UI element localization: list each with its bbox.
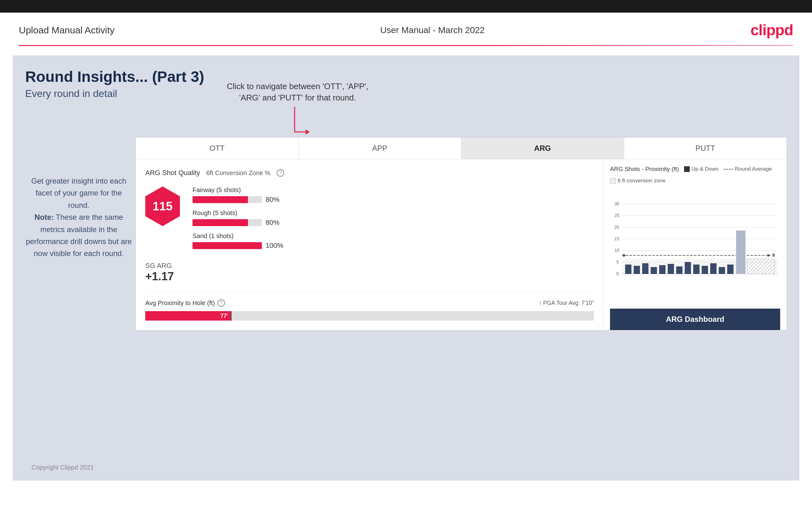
chart-header: ARG Shots - Proximity (ft) Up & Down Rou…	[610, 166, 780, 184]
legend-label-roundavg: Round Average	[735, 166, 772, 172]
svg-marker-21	[768, 254, 771, 257]
svg-rect-31	[693, 265, 700, 274]
card-body: ARG Shot Quality 6ft Conversion Zone % ?…	[136, 159, 786, 330]
svg-text:5: 5	[616, 260, 619, 265]
nav-hint-text: Click to navigate between 'OTT', 'APP','…	[227, 80, 368, 104]
tab-app[interactable]: APP	[299, 137, 462, 159]
shot-label-sand: Sand (1 shots)	[193, 232, 594, 240]
conversion-label: 6ft Conversion Zone %	[206, 169, 270, 177]
shot-quality-label: ARG Shot Quality	[145, 169, 200, 177]
shot-label-fairway: Fairway (5 shots)	[193, 186, 594, 194]
legend-dash-icon	[724, 169, 733, 170]
sg-label: SG ARG	[145, 262, 594, 270]
svg-rect-29	[676, 267, 682, 274]
tab-ott[interactable]: OTT	[136, 137, 299, 159]
hex-number: 115	[153, 200, 172, 213]
hex-section: 115 Fairway (5 shots) 80%	[145, 186, 594, 256]
proximity-label: Avg Proximity to Hole (ft) ?	[145, 299, 225, 307]
left-panel: ARG Shot Quality 6ft Conversion Zone % ?…	[136, 159, 604, 330]
legend-label-6ft: 6 ft conversion zone	[618, 178, 665, 184]
svg-rect-27	[659, 265, 665, 274]
arg-dashboard-button[interactable]: ARG Dashboard	[610, 308, 780, 330]
page-subtitle: Every round in detail	[25, 88, 787, 100]
arg-chart: 0 5 10 15 20 25 30	[610, 189, 780, 278]
proximity-bar-fill: 77'	[145, 311, 231, 321]
upload-manual-label: Upload Manual Activity	[19, 25, 115, 36]
user-manual-title: User Manual - March 2022	[380, 25, 485, 35]
proximity-section: Avg Proximity to Hole (ft) ? ↑ PGA Tour …	[145, 292, 594, 321]
svg-text:10: 10	[614, 248, 619, 253]
svg-rect-25	[642, 263, 649, 274]
main-content: Round Insights... (Part 3) Every round i…	[13, 55, 799, 481]
header-divider	[19, 45, 793, 46]
bar-pct-rough: 80%	[266, 219, 280, 227]
copyright-text: Copyright Clippd 2021	[32, 464, 94, 471]
right-panel: ARG Shots - Proximity (ft) Up & Down Rou…	[604, 159, 786, 330]
clippd-logo[interactable]: clippd	[751, 21, 793, 39]
svg-rect-32	[702, 266, 708, 274]
page-title: Round Insights... (Part 3)	[25, 68, 787, 86]
proximity-bar-value: 77'	[220, 313, 228, 319]
legend-updown: Up & Down	[684, 166, 719, 172]
legend-roundavg: Round Average	[724, 166, 772, 172]
svg-text:30: 30	[614, 201, 619, 206]
svg-text:25: 25	[614, 213, 619, 218]
help-icon[interactable]: ?	[277, 169, 284, 177]
tab-putt[interactable]: PUTT	[624, 137, 787, 159]
bar-row-sand: 100%	[193, 241, 594, 250]
svg-rect-23	[625, 265, 631, 274]
legend-hatch-icon	[610, 178, 616, 184]
panel-header: ARG Shot Quality 6ft Conversion Zone % ?	[145, 169, 594, 177]
note-label: Note:	[34, 213, 54, 221]
dashboard-card: OTT APP ARG PUTT ARG Shot Quality 6ft Co…	[136, 137, 787, 330]
sg-value: +1.17	[145, 270, 594, 283]
svg-rect-34	[719, 267, 725, 274]
svg-rect-28	[668, 264, 674, 274]
bar-track-sand	[193, 242, 262, 249]
bar-track-fairway	[193, 196, 262, 203]
bar-fill-rough	[193, 219, 248, 226]
shot-bars: Fairway (5 shots) 80% Rough (5 shots)	[193, 186, 594, 256]
tab-arg[interactable]: ARG	[461, 137, 624, 159]
svg-marker-20	[622, 254, 626, 257]
svg-rect-35	[727, 265, 733, 274]
proximity-help-icon[interactable]: ?	[217, 299, 225, 307]
footer: Copyright Clippd 2021	[32, 464, 94, 471]
legend-6ft: 6 ft conversion zone	[610, 178, 665, 184]
bar-track-rough	[193, 219, 262, 226]
bar-row-rough: 80%	[193, 219, 594, 227]
svg-rect-24	[633, 266, 640, 274]
svg-rect-37	[747, 259, 774, 274]
svg-marker-2	[306, 129, 310, 134]
svg-text:0: 0	[616, 271, 619, 276]
svg-text:8: 8	[772, 252, 775, 258]
chart-area: 0 5 10 15 20 25 30	[610, 189, 780, 305]
chart-title: ARG Shots - Proximity (ft)	[610, 166, 679, 173]
svg-rect-26	[651, 267, 657, 274]
proximity-header: Avg Proximity to Hole (ft) ? ↑ PGA Tour …	[145, 299, 594, 307]
top-bar	[0, 0, 812, 13]
bar-row-fairway: 80%	[193, 195, 594, 204]
bar-pct-fairway: 80%	[266, 195, 280, 204]
insight-text: Get greater insight into each facet of y…	[25, 175, 132, 260]
bar-fill-fairway	[193, 196, 248, 203]
legend-label-updown: Up & Down	[692, 166, 719, 172]
nav-hint: Click to navigate between 'OTT', 'APP','…	[227, 80, 368, 145]
sg-section: SG ARG +1.17	[145, 262, 594, 283]
proximity-bar-track: 77'	[145, 311, 594, 321]
svg-rect-33	[710, 263, 716, 274]
shot-row-fairway: Fairway (5 shots) 80%	[193, 186, 594, 204]
tabs-container: OTT APP ARG PUTT	[136, 137, 786, 159]
hexagon-badge: 115	[145, 186, 180, 226]
svg-text:15: 15	[614, 236, 619, 241]
svg-rect-30	[685, 262, 691, 274]
shot-label-rough: Rough (5 shots)	[193, 210, 594, 217]
header: Upload Manual Activity User Manual - Mar…	[0, 13, 812, 45]
legend-box-updown	[684, 166, 690, 172]
shot-row-rough: Rough (5 shots) 80%	[193, 210, 594, 227]
pga-avg-label: ↑ PGA Tour Avg: 7'10"	[539, 300, 594, 306]
proximity-cursor	[231, 311, 232, 321]
bar-fill-sand	[193, 242, 262, 249]
svg-rect-36	[736, 230, 746, 274]
bar-pct-sand: 100%	[266, 241, 283, 250]
